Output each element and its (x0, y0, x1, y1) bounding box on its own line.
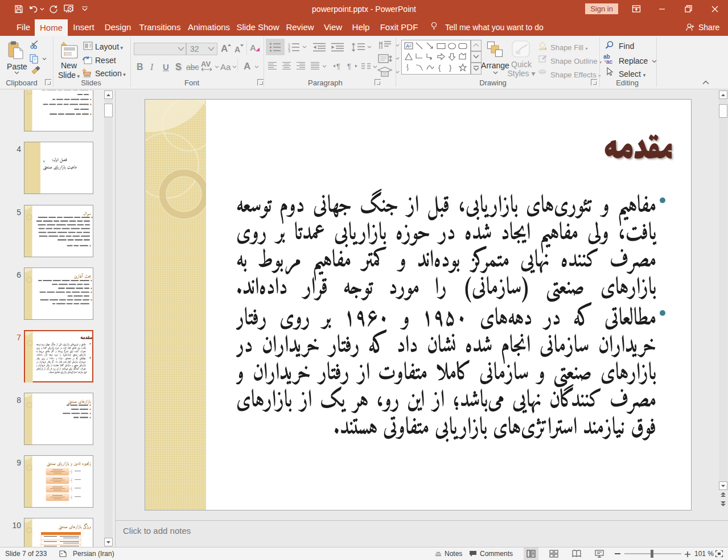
svg-text:¶: ¶ (347, 63, 351, 71)
svg-text:}: } (449, 63, 452, 72)
svg-text:{: { (438, 63, 441, 72)
svg-text:A: A (406, 43, 409, 49)
svg-text:3: 3 (288, 49, 290, 52)
svg-text:¶: ¶ (336, 63, 340, 71)
svg-text:AV: AV (201, 61, 211, 68)
svg-text:ac: ac (606, 59, 613, 64)
